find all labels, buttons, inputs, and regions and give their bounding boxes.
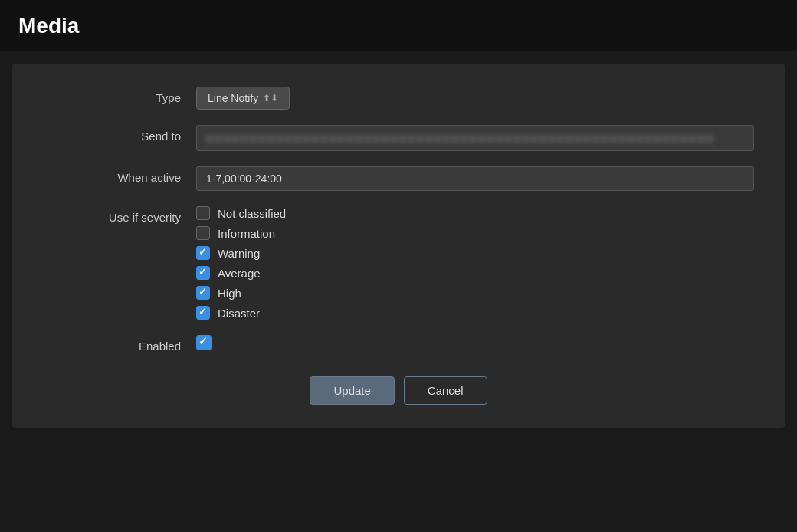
- severity-control: Not classified Information Warning Avera…: [196, 206, 754, 320]
- page-title: Media: [18, 14, 779, 38]
- cancel-button[interactable]: Cancel: [404, 376, 487, 405]
- type-arrows-icon: ⬆⬇: [263, 93, 278, 103]
- not-classified-label: Not classified: [218, 207, 286, 220]
- average-checkbox[interactable]: [196, 266, 210, 280]
- severity-high: High: [196, 286, 754, 300]
- button-row: Update Cancel: [43, 376, 754, 405]
- severity-row: Use if severity Not classified Informati…: [43, 206, 754, 320]
- information-checkbox[interactable]: [196, 226, 210, 240]
- severity-average: Average: [196, 266, 754, 280]
- enabled-label: Enabled: [43, 335, 196, 353]
- severity-not-classified: Not classified: [196, 206, 754, 220]
- information-label: Information: [218, 227, 275, 240]
- send-to-blurred: ●●●●●●●●●●●●●●●●●●●●●●●●●●●●●●●●●●●●●●●●…: [196, 125, 754, 151]
- update-button[interactable]: Update: [310, 376, 394, 405]
- disaster-label: Disaster: [218, 307, 260, 320]
- type-select-button[interactable]: Line Notify ⬆⬇: [196, 87, 290, 110]
- average-label: Average: [218, 267, 261, 280]
- send-to-value: ●●●●●●●●●●●●●●●●●●●●●●●●●●●●●●●●●●●●●●●●…: [206, 132, 715, 144]
- enabled-checkbox[interactable]: [196, 335, 212, 350]
- form-container: Type Line Notify ⬆⬇ Send to ●●●●●●●●●●●●…: [12, 64, 785, 428]
- when-active-row: When active: [43, 166, 754, 191]
- severity-information: Information: [196, 226, 754, 240]
- severity-checkboxes: Not classified Information Warning Avera…: [196, 206, 754, 320]
- type-control: Line Notify ⬆⬇: [196, 87, 754, 110]
- header: Media: [0, 0, 797, 51]
- type-label: Type: [43, 87, 196, 104]
- type-row: Type Line Notify ⬆⬇: [43, 87, 754, 110]
- when-active-label: When active: [43, 166, 196, 184]
- severity-disaster: Disaster: [196, 306, 754, 320]
- enabled-row: Enabled: [43, 335, 754, 353]
- send-to-row: Send to ●●●●●●●●●●●●●●●●●●●●●●●●●●●●●●●●…: [43, 125, 754, 151]
- warning-label: Warning: [218, 247, 260, 260]
- severity-warning: Warning: [196, 246, 754, 260]
- when-active-input[interactable]: [196, 166, 754, 191]
- type-select-value: Line Notify: [208, 92, 258, 104]
- when-active-control: [196, 166, 754, 191]
- high-label: High: [218, 287, 241, 300]
- not-classified-checkbox[interactable]: [196, 206, 210, 220]
- send-to-control: ●●●●●●●●●●●●●●●●●●●●●●●●●●●●●●●●●●●●●●●●…: [196, 125, 754, 151]
- disaster-checkbox[interactable]: [196, 306, 210, 320]
- send-to-label: Send to: [43, 125, 196, 143]
- severity-label: Use if severity: [43, 206, 196, 224]
- enabled-control: [196, 335, 754, 353]
- warning-checkbox[interactable]: [196, 246, 210, 260]
- high-checkbox[interactable]: [196, 286, 210, 300]
